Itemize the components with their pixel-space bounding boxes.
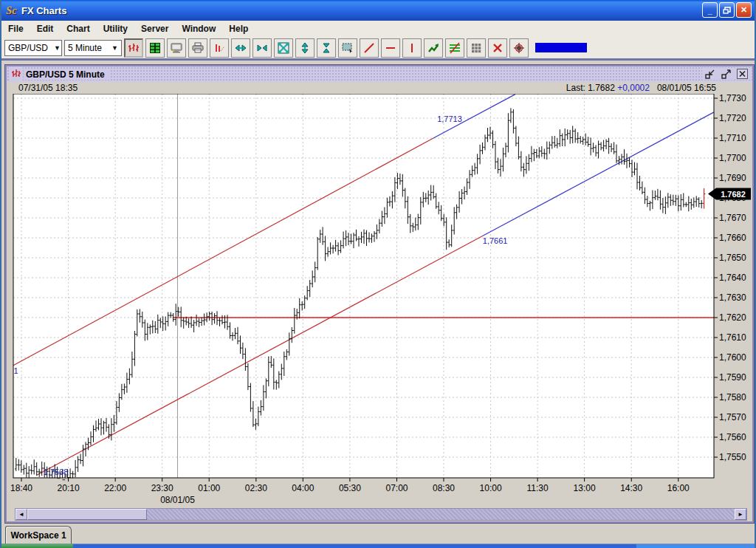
session-start-label: 07/31/05 18:35 — [18, 83, 78, 93]
frame-minimize-button[interactable] — [704, 68, 716, 80]
quote-board-button[interactable] — [145, 38, 165, 58]
delete-button[interactable] — [488, 38, 507, 58]
menu-chart[interactable]: Chart — [60, 21, 96, 36]
app-logo-icon: Sc — [6, 4, 17, 17]
frame-maximize-button[interactable] — [720, 68, 732, 80]
trend-line-button[interactable] — [360, 38, 379, 58]
svg-text:02:30: 02:30 — [245, 483, 267, 493]
trend-arrow-button[interactable] — [424, 38, 443, 58]
horizontal-expand-button[interactable] — [231, 38, 250, 58]
chart-window-title-bar[interactable]: GBP/USD 5 Minute — [7, 66, 752, 82]
svg-text:10:00: 10:00 — [480, 483, 502, 493]
symbol-select-value: GBP/USD — [8, 43, 48, 53]
menu-edit[interactable]: Edit — [30, 21, 61, 36]
frame-minimize-icon — [705, 69, 715, 79]
svg-text:1,7610: 1,7610 — [719, 332, 746, 343]
trend-line-icon — [363, 42, 375, 54]
horizontal-expand-icon — [235, 42, 247, 54]
monitor-button[interactable] — [167, 38, 186, 58]
ohlc-bars-button[interactable] — [124, 38, 143, 58]
frame-close-button[interactable] — [736, 68, 749, 80]
svg-text:1,7620: 1,7620 — [719, 312, 746, 323]
chart-window-title: GBP/USD 5 Minute — [24, 69, 111, 80]
price-chart[interactable]: 1,77131,76611,753811,77301,77201,77101,7… — [3, 94, 756, 504]
svg-text:01:00: 01:00 — [198, 483, 220, 493]
svg-text:1,7640: 1,7640 — [719, 273, 746, 283]
vertical-expand-button[interactable] — [295, 38, 315, 58]
clear-lines-icon — [449, 42, 461, 54]
vertical-expand-icon — [299, 42, 311, 54]
toolbar: GBP/USD ▼ 5 Minute ▼ — [1, 37, 755, 61]
menu-bar: File Edit Chart Utility Server Window He… — [1, 21, 755, 38]
svg-text:04:00: 04:00 — [292, 483, 314, 493]
color-swatch[interactable] — [535, 43, 587, 52]
tick-bars-button[interactable] — [210, 38, 229, 58]
menu-server[interactable]: Server — [134, 21, 175, 36]
menu-help[interactable]: Help — [222, 21, 255, 36]
svg-text:08:30: 08:30 — [433, 483, 455, 493]
vertical-compress-icon — [320, 42, 332, 54]
workspace-tab-label: WorkSpace 1 — [10, 530, 66, 541]
svg-text:1,7700: 1,7700 — [719, 153, 746, 163]
horizontal-compress-button[interactable] — [252, 38, 272, 58]
svg-text:05:30: 05:30 — [339, 483, 361, 493]
scrollbar-thumb[interactable] — [27, 509, 147, 520]
svg-text:1,7661: 1,7661 — [483, 236, 508, 245]
menu-window[interactable]: Window — [175, 21, 222, 36]
tab-workspace-1[interactable]: WorkSpace 1 — [5, 526, 72, 544]
svg-text:1,7538: 1,7538 — [44, 467, 69, 476]
svg-text:1,7730: 1,7730 — [719, 94, 746, 103]
chart-horizontal-scrollbar: ◄ ► — [15, 508, 747, 521]
horizontal-compress-icon — [256, 42, 268, 54]
chart-window: GBP/USD 5 Minute 07/31/05 18:35 Last: 1.… — [5, 65, 754, 523]
svg-text:11:30: 11:30 — [527, 483, 549, 493]
period-select[interactable]: 5 Minute ▼ — [64, 40, 122, 56]
close-button[interactable]: ✕ — [736, 2, 752, 18]
horizontal-line-icon — [385, 42, 396, 54]
quote-board-icon — [149, 42, 161, 54]
tick-bars-icon — [213, 42, 225, 54]
app-title: FX Charts — [21, 5, 66, 16]
symbol-select[interactable]: GBP/USD ▼ — [4, 40, 62, 56]
printer-icon — [192, 42, 204, 54]
menu-file[interactable]: File — [1, 21, 30, 36]
printer-button[interactable] — [188, 38, 207, 58]
session-end-label: 08/01/05 16:55 — [657, 83, 716, 93]
workspace-tab-bar: WorkSpace 1 — [1, 523, 755, 544]
svg-text:23:30: 23:30 — [151, 483, 173, 493]
svg-text:1,7570: 1,7570 — [719, 412, 746, 422]
svg-text:07:00: 07:00 — [385, 483, 408, 493]
frame-maximize-icon — [721, 69, 732, 79]
ohlc-bars-icon — [128, 42, 140, 54]
chart-header: 07/31/05 18:35 Last: 1.7682 +0,0002 08/0… — [13, 82, 749, 94]
svg-text:1,7630: 1,7630 — [719, 292, 746, 303]
horizontal-line-button[interactable] — [381, 38, 400, 58]
svg-text:1,7690: 1,7690 — [719, 173, 746, 183]
ohlc-bars-icon — [10, 67, 23, 82]
restore-button[interactable] — [719, 2, 735, 18]
svg-text:1,7720: 1,7720 — [719, 113, 746, 123]
crosshair-icon — [513, 42, 525, 54]
svg-text:22:00: 22:00 — [104, 483, 126, 493]
menu-utility[interactable]: Utility — [97, 21, 134, 36]
scrollbar-track[interactable] — [147, 509, 735, 520]
vertical-line-button[interactable] — [402, 38, 422, 58]
crosshair-button[interactable] — [509, 38, 529, 58]
vertical-compress-button[interactable] — [317, 38, 336, 58]
last-price-tag: 1.7682 — [721, 190, 746, 199]
svg-text:18:40: 18:40 — [10, 483, 32, 493]
grid-button[interactable] — [467, 38, 486, 58]
taskbar-edge — [1, 544, 755, 548]
expand-all-icon — [278, 42, 289, 54]
scroll-right-button[interactable]: ► — [735, 509, 746, 520]
svg-text:1: 1 — [13, 366, 18, 375]
expand-all-button[interactable] — [274, 38, 293, 58]
scroll-left-button[interactable]: ◄ — [16, 509, 27, 520]
price-change-label: +0,0002 — [617, 83, 650, 93]
minimize-button[interactable]: _ — [702, 2, 718, 18]
restore-icon — [723, 7, 731, 14]
zoom-box-button[interactable] — [338, 38, 357, 58]
zoom-box-icon — [342, 42, 354, 54]
clear-lines-button[interactable] — [445, 38, 464, 58]
svg-text:1,7650: 1,7650 — [719, 253, 746, 263]
